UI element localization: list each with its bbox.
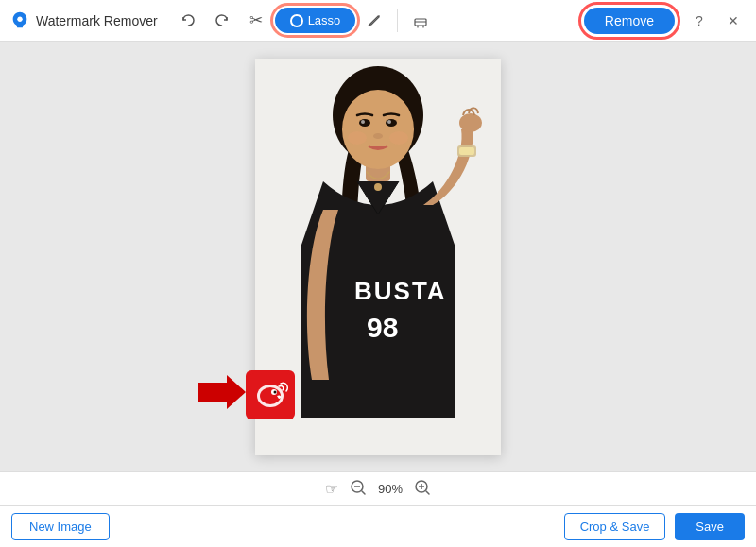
lasso-button[interactable]: Lasso — [275, 8, 356, 33]
scissors-button[interactable]: ✂ — [241, 8, 271, 34]
svg-point-11 — [348, 131, 367, 145]
main-area: BUSTA 98 — [0, 42, 756, 471]
status-bar: ☞ 90% — [0, 471, 756, 505]
pencil-button[interactable] — [359, 8, 389, 34]
svg-line-28 — [362, 491, 365, 494]
bottom-right-buttons: Crop & Save Save — [564, 513, 745, 540]
svg-marker-20 — [198, 375, 246, 409]
svg-text:BUSTA: BUSTA — [354, 277, 447, 305]
new-image-button[interactable]: New Image — [11, 513, 110, 540]
svg-point-5 — [342, 90, 414, 169]
arrow-right-icon — [198, 375, 246, 415]
watermark-overlay — [198, 370, 295, 419]
undo-button[interactable] — [173, 8, 203, 34]
pan-icon[interactable]: ☞ — [325, 480, 338, 498]
svg-text:98: 98 — [367, 312, 398, 343]
image-container: BUSTA 98 — [255, 59, 501, 455]
svg-point-7 — [386, 119, 397, 127]
title-bar: Watermark Remover ✂ Lasso — [0, 0, 756, 42]
app-logo — [9, 10, 30, 31]
bottom-bar: New Image Crop & Save Save — [0, 505, 756, 547]
zoom-out-icon[interactable] — [350, 479, 367, 500]
svg-point-12 — [389, 131, 408, 145]
crop-save-button[interactable]: Crop & Save — [564, 513, 666, 540]
close-button[interactable]: ✕ — [720, 8, 747, 34]
svg-point-16 — [459, 113, 482, 132]
lasso-label: Lasso — [308, 13, 341, 27]
redo-button[interactable] — [207, 8, 237, 34]
toolbar-separator — [397, 9, 398, 32]
zoom-in-icon[interactable] — [414, 479, 431, 500]
svg-point-10 — [373, 133, 383, 139]
svg-line-32 — [426, 491, 429, 494]
lasso-icon — [290, 14, 303, 27]
zoom-level: 90% — [378, 482, 403, 496]
svg-point-8 — [361, 120, 365, 124]
svg-point-25 — [274, 390, 277, 393]
remove-button-wrapper: Remove — [584, 8, 675, 34]
eraser-button[interactable] — [405, 8, 436, 34]
save-button[interactable]: Save — [675, 513, 745, 540]
help-button[interactable]: ? — [686, 8, 713, 34]
svg-point-13 — [374, 183, 382, 191]
weibo-watermark-icon — [246, 370, 295, 419]
svg-rect-18 — [459, 147, 474, 155]
svg-point-6 — [359, 119, 370, 127]
remove-button[interactable]: Remove — [584, 8, 675, 34]
title-bar-actions: ? ✕ — [686, 8, 747, 34]
toolbar: ✂ Lasso Remove — [173, 8, 682, 34]
app-title: Watermark Remover — [36, 13, 158, 28]
svg-point-9 — [387, 120, 391, 124]
